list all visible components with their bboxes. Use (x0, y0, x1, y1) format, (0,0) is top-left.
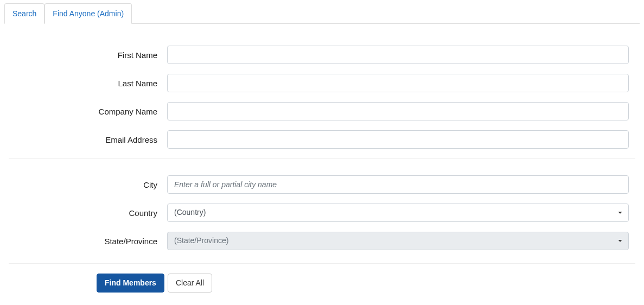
city-label: City (4, 180, 167, 189)
find-members-button[interactable]: Find Members (97, 274, 164, 293)
first-name-input[interactable] (167, 46, 629, 64)
email-address-label: Email Address (4, 135, 167, 144)
country-select[interactable]: (Country) (167, 204, 629, 222)
country-label: Country (4, 208, 167, 218)
company-name-input[interactable] (167, 102, 629, 120)
clear-all-button[interactable]: Clear All (168, 274, 212, 293)
email-address-input[interactable] (167, 130, 629, 149)
last-name-input[interactable] (167, 74, 629, 92)
last-name-label: Last Name (4, 79, 167, 88)
state-province-select[interactable]: (State/Province) (167, 232, 629, 250)
city-input[interactable] (167, 175, 629, 194)
first-name-label: First Name (4, 50, 167, 60)
tab-find-anyone-admin[interactable]: Find Anyone (Admin) (44, 3, 132, 24)
section-divider (9, 158, 635, 159)
state-province-label: State/Province (4, 237, 167, 246)
tab-bar: Search Find Anyone (Admin) (4, 3, 640, 24)
tab-search[interactable]: Search (4, 3, 44, 24)
button-row: Find Members Clear All (4, 274, 640, 293)
search-form: First Name Last Name Company Name Email … (0, 24, 644, 293)
company-name-label: Company Name (4, 107, 167, 116)
button-divider (9, 263, 635, 264)
